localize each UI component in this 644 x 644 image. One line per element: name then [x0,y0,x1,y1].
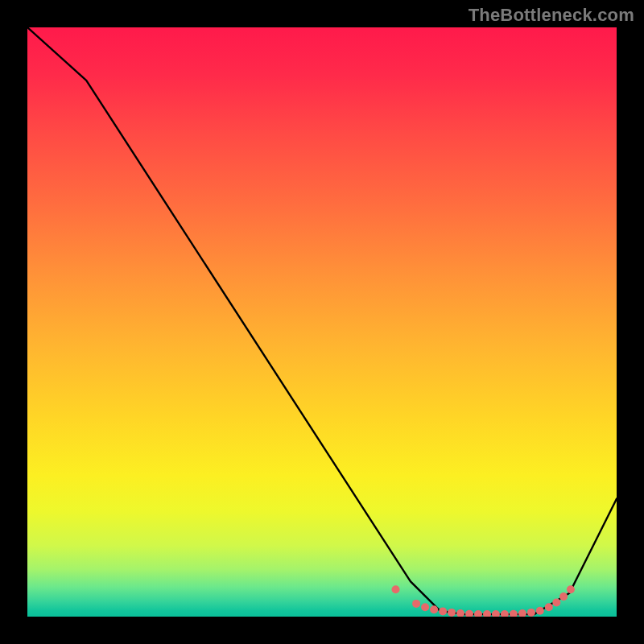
marker-dot [552,598,560,606]
marker-dot [492,610,500,617]
marker-dot [448,609,456,617]
curve-line [27,27,617,614]
chart-svg [27,27,617,617]
marker-dot [567,585,575,593]
marker-dot [545,603,553,611]
chart-stage: TheBottleneck.com [0,0,644,644]
marker-dot [412,600,420,608]
marker-dot [527,609,535,617]
plot-frame [27,27,617,617]
marker-dot [483,610,491,617]
marker-dot [430,605,438,613]
marker-dot [474,610,482,617]
watermark-text: TheBottleneck.com [469,5,634,26]
marker-dot [439,607,447,615]
marker-dot [536,607,544,615]
marker-dot [456,609,464,617]
marker-dot [421,603,429,611]
marker-dot [510,610,518,617]
marker-dot [559,592,568,601]
marker-dot [501,610,509,617]
marker-dot [465,610,473,617]
marker-dot [392,585,400,593]
marker-dot [518,609,526,617]
